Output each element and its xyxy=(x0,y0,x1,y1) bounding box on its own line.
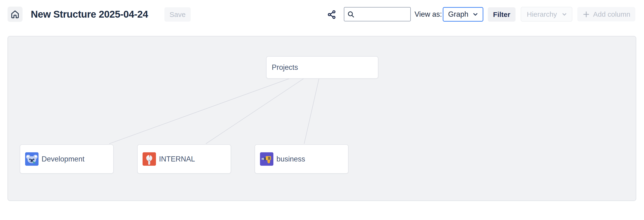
home-button[interactable] xyxy=(8,7,22,22)
search-field[interactable] xyxy=(344,7,411,21)
search-input[interactable] xyxy=(357,10,408,19)
hierarchy-value: Hierarchy xyxy=(527,10,557,18)
search-icon xyxy=(347,10,355,19)
node-label: Projects xyxy=(272,63,298,72)
chevron-down-icon xyxy=(561,11,568,18)
add-column-label: Add column xyxy=(593,10,630,18)
page-title: New Structure 2025-04-24 xyxy=(31,8,148,21)
node-label: business xyxy=(276,155,305,163)
graph-node-projects[interactable]: Projects xyxy=(266,56,378,79)
graph-node-development[interactable]: Development xyxy=(20,144,114,174)
home-icon xyxy=(10,10,20,19)
add-column-button[interactable]: Add column xyxy=(577,7,635,21)
plus-icon xyxy=(582,10,590,18)
koala-project-avatar xyxy=(25,152,38,166)
drill-project-avatar xyxy=(260,152,274,166)
view-mode-value: Graph xyxy=(448,10,468,19)
share-button[interactable] xyxy=(326,10,337,20)
node-label: Development xyxy=(42,155,84,163)
graph-node-internal[interactable]: INTERNAL xyxy=(137,144,231,174)
wrench-project-avatar xyxy=(142,152,156,166)
toolbar: New Structure 2025-04-24 Save View as: G… xyxy=(0,0,644,36)
view-mode-select[interactable]: Graph xyxy=(443,7,483,22)
graph-node-business[interactable]: business xyxy=(254,144,348,174)
filter-button[interactable]: Filter xyxy=(488,7,516,22)
view-as-label: View as: xyxy=(414,7,442,22)
chevron-down-icon xyxy=(472,11,479,18)
save-button[interactable]: Save xyxy=(164,7,191,22)
node-label: INTERNAL xyxy=(159,155,195,163)
graph-canvas[interactable]: Projects Development xyxy=(8,36,636,201)
share-icon xyxy=(326,10,337,20)
hierarchy-select[interactable]: Hierarchy xyxy=(521,7,572,22)
